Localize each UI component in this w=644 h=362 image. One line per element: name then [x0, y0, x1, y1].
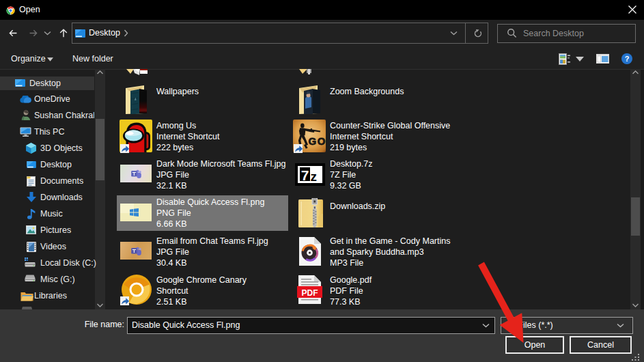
svg-text:z: z	[311, 169, 318, 184]
svg-text:7: 7	[301, 167, 309, 183]
svg-text:GO: GO	[309, 135, 326, 147]
svg-text:PDF: PDF	[302, 288, 318, 298]
